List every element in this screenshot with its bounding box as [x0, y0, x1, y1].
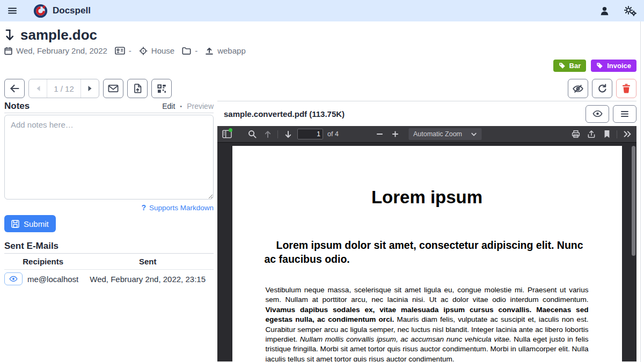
brand[interactable]: Docspell — [33, 4, 91, 18]
mail-recipient: me@localhost — [27, 275, 78, 284]
zoom-out-icon[interactable] — [372, 127, 387, 141]
page-title: sample.doc — [4, 27, 636, 43]
notification-dot — [229, 128, 232, 132]
upload-icon — [205, 47, 214, 55]
pdf-doc-subtitle: Lorem ipsum dolor sit amet, consectetur … — [265, 238, 592, 266]
next-page-button[interactable] — [80, 79, 99, 98]
tag-icon — [559, 62, 566, 69]
hamburger-menu-icon[interactable] — [8, 6, 17, 16]
notes-edit-link[interactable]: Edit — [162, 102, 175, 110]
attachment-header: sample.converted.pdf (113.75K) — [217, 101, 636, 126]
col-recipients: Recipients — [4, 254, 82, 270]
page-down-icon[interactable] — [281, 127, 295, 141]
submit-notes-button[interactable]: Submit — [4, 215, 56, 232]
page-count-label: of 4 — [327, 130, 339, 138]
preview-eye-button[interactable] — [586, 105, 609, 123]
page-navigation: 1 / 12 — [28, 79, 99, 98]
markdown-hint-label: Supports Markdown — [149, 204, 214, 212]
folder-item: - — [182, 46, 197, 55]
tag-icon — [596, 62, 603, 69]
toolbar-separator — [617, 130, 617, 138]
notes-input[interactable] — [4, 115, 214, 200]
more-tools-chevrons-icon[interactable] — [620, 127, 634, 141]
source-value: webapp — [217, 46, 246, 55]
mail-sent-date: Wed, February 2nd, 2022, 23:15 — [82, 270, 214, 289]
notes-mode-links: Edit • Preview — [162, 102, 214, 110]
main-content: Notes Edit • Preview ? Supports Markdown… — [0, 101, 644, 361]
zoom-select[interactable]: Automatic Zoom — [408, 128, 481, 140]
document-date: Wed, February 2nd, 2022 — [16, 46, 107, 55]
notes-title: Notes — [4, 101, 30, 112]
pdf-scrollbar-thumb[interactable] — [632, 146, 635, 256]
document-meta-row: Wed, February 2nd, 2022 - House - webapp — [4, 46, 636, 55]
sent-emails-section: Sent E-Mails Recipients Sent me@localhos… — [4, 241, 214, 288]
back-button[interactable] — [4, 79, 25, 98]
calendar-icon — [4, 47, 12, 55]
add-files-button[interactable] — [127, 79, 148, 98]
zoom-in-icon[interactable] — [388, 127, 402, 141]
tag-badge[interactable]: Invoice — [591, 60, 636, 72]
notes-preview-link[interactable]: Preview — [187, 102, 214, 110]
sent-emails-header: Sent E-Mails — [4, 241, 214, 254]
address-card-icon — [115, 47, 125, 55]
toolbar-left-group: 1 / 12 — [4, 79, 172, 98]
prev-page-button[interactable] — [29, 79, 47, 98]
save-icon — [11, 220, 19, 228]
left-column: Notes Edit • Preview ? Supports Markdown… — [4, 101, 214, 288]
pdf-text-run: Nullam mollis convallis ipsum, ac accums… — [300, 335, 511, 343]
question-icon: ? — [141, 203, 146, 212]
unconfirm-eye-slash-button[interactable] — [568, 79, 588, 98]
reprocess-button[interactable] — [592, 79, 612, 98]
source-item: webapp — [205, 46, 246, 55]
correspondent-value: - — [129, 46, 131, 55]
zoom-tools: Automatic Zoom — [372, 126, 481, 142]
sent-emails-body: me@localhostWed, February 2nd, 2022, 23:… — [4, 270, 214, 289]
pdf-page-input[interactable] — [297, 129, 323, 139]
pdf-paragraph: Vestibulum neque massa, scelerisque sit … — [266, 285, 589, 361]
notes-link-separator: • — [180, 103, 182, 109]
tag-list: BarInvoice — [0, 60, 644, 72]
user-account-icon[interactable] — [599, 6, 610, 16]
sidebar-toggle-icon[interactable] — [219, 127, 234, 141]
bookmark-icon[interactable] — [599, 127, 614, 141]
concerning-value: House — [151, 46, 174, 55]
chevron-down-icon — [471, 132, 477, 136]
brand-name: Docspell — [53, 5, 91, 16]
download-icon[interactable] — [584, 127, 598, 141]
toolbar-right-group — [568, 79, 636, 98]
folder-icon — [182, 47, 191, 55]
print-icon[interactable] — [568, 127, 583, 141]
crosshair-icon — [139, 47, 148, 55]
markdown-hint-link[interactable]: ? Supports Markdown — [4, 203, 214, 212]
settings-cogs-icon[interactable] — [624, 6, 636, 16]
top-navbar: Docspell — [0, 0, 644, 21]
sent-emails-table: Recipients Sent me@localhostWed, Februar… — [4, 254, 214, 288]
correspondent-item: - — [115, 46, 131, 55]
submit-label: Submit — [24, 219, 49, 228]
pdf-toolbar: of 4 Automatic Zoom — [217, 126, 636, 143]
date-item: Wed, February 2nd, 2022 — [4, 46, 107, 55]
eye-icon — [9, 276, 18, 282]
download-arrow-icon[interactable] — [4, 28, 15, 42]
find-icon[interactable] — [245, 127, 259, 141]
pdf-right-tools — [568, 127, 634, 141]
table-header-row: Recipients Sent — [4, 254, 214, 270]
item-toolbar: 1 / 12 — [0, 79, 644, 98]
delete-button[interactable] — [616, 79, 636, 98]
page-indicator: 1 / 12 — [47, 79, 80, 98]
send-mail-button[interactable] — [103, 79, 123, 98]
col-sent: Sent — [82, 254, 214, 270]
attachment-menu-button[interactable] — [613, 105, 636, 123]
pdf-doc-title: Lorem ipsum — [232, 146, 622, 208]
notes-header: Notes Edit • Preview — [4, 101, 214, 113]
document-header: sample.doc Wed, February 2nd, 2022 - Hou… — [0, 21, 644, 55]
qr-code-button[interactable] — [151, 79, 172, 98]
page-up-icon[interactable] — [260, 127, 275, 141]
pdf-viewer: of 4 Automatic Zoom — [217, 126, 636, 361]
sent-emails-title: Sent E-Mails — [4, 241, 58, 252]
pdf-text-run: Vestibulum neque massa, scelerisque sit … — [266, 286, 589, 304]
view-mail-button[interactable] — [4, 272, 23, 285]
page-scrollbar-track[interactable] — [640, 21, 641, 362]
tag-badge[interactable]: Bar — [553, 60, 587, 72]
tag-label: Invoice — [607, 62, 631, 70]
